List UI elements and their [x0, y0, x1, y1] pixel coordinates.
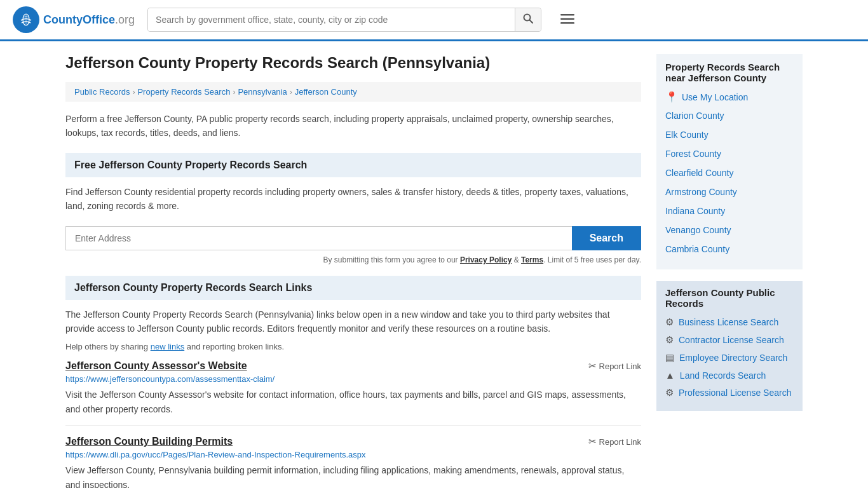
- global-search-input[interactable]: [148, 8, 515, 31]
- breadcrumb-jefferson-county[interactable]: Jefferson County: [295, 87, 357, 97]
- logo[interactable]: CountyOffice.org: [13, 6, 135, 33]
- sidebar-clearfield-county[interactable]: Clearfield County: [665, 166, 794, 179]
- link-item-0-title[interactable]: Jefferson County Assessor's Website: [65, 360, 247, 372]
- page-description: Perform a free Jefferson County, PA publ…: [65, 112, 641, 140]
- link-item-0-url[interactable]: https://www.jeffersoncountypa.com/assess…: [65, 374, 641, 384]
- breadcrumb-property-records-search[interactable]: Property Records Search: [137, 87, 230, 97]
- sidebar-clarion-county[interactable]: Clarion County: [665, 109, 794, 122]
- main-content: Jefferson County Property Records Search…: [65, 54, 641, 488]
- report-link-0[interactable]: ✂ Report Link: [588, 360, 641, 372]
- form-disclaimer: By submitting this form you agree to our…: [65, 255, 641, 264]
- link-item-1-url[interactable]: https://www.dli.pa.gov/ucc/Pages/Plan-Re…: [65, 450, 641, 459]
- search-button[interactable]: Search: [572, 226, 641, 250]
- address-form: Search: [65, 226, 641, 250]
- sidebar-elk-county[interactable]: Elk County: [665, 128, 794, 141]
- pin-icon: 📍: [665, 91, 678, 103]
- free-search-description: Find Jefferson County residential proper…: [65, 185, 641, 214]
- links-section-heading: Jefferson County Property Records Search…: [65, 276, 641, 300]
- sidebar: Property Records Search near Jefferson C…: [656, 54, 803, 488]
- sidebar-business-license-search[interactable]: ⚙ Business License Search: [665, 316, 794, 328]
- logo-text: CountyOffice.org: [43, 13, 135, 27]
- link-item-0: Jefferson County Assessor's Website ✂ Re…: [65, 360, 641, 426]
- list-icon: ▤: [665, 352, 674, 363]
- sidebar-armstrong-county[interactable]: Armstrong County: [665, 186, 794, 198]
- report-link-1[interactable]: ✂ Report Link: [588, 436, 641, 447]
- breadcrumb-public-records[interactable]: Public Records: [74, 87, 130, 97]
- address-input[interactable]: [65, 226, 572, 250]
- global-search-wrapper: [147, 8, 541, 32]
- gear-icon-0: ⚙: [665, 316, 674, 328]
- bell-icon: ▲: [665, 370, 675, 381]
- terms-link[interactable]: Terms: [521, 255, 543, 264]
- sidebar-forest-county[interactable]: Forest County: [665, 147, 794, 160]
- sidebar-contractor-license-search[interactable]: ⚙ Contractor License Search: [665, 334, 794, 346]
- svg-rect-5: [560, 18, 574, 20]
- svg-line-3: [530, 20, 533, 24]
- global-search-button[interactable]: [515, 8, 541, 31]
- sidebar-nearby-section: Property Records Search near Jefferson C…: [656, 54, 803, 269]
- gear-icon-2: ⚙: [665, 387, 674, 398]
- breadcrumb-pennsylvania[interactable]: Pennsylvania: [238, 87, 287, 97]
- breadcrumb: Public Records › Property Records Search…: [65, 82, 641, 102]
- link-item-1-desc: View Jefferson County, Pennsylvania buil…: [65, 463, 641, 488]
- help-text: Help others by sharing new links and rep…: [65, 342, 641, 351]
- sidebar-land-records-search[interactable]: ▲ Land Records Search: [665, 370, 794, 381]
- gear-icon-1: ⚙: [665, 334, 674, 346]
- sidebar-professional-license-search[interactable]: ⚙ Professional License Search: [665, 387, 794, 398]
- page-title: Jefferson County Property Records Search…: [65, 54, 641, 72]
- scissors-icon-1: ✂: [588, 436, 597, 447]
- use-my-location-link[interactable]: Use My Location: [682, 92, 748, 102]
- header: CountyOffice.org: [0, 0, 868, 41]
- svg-rect-4: [560, 14, 574, 16]
- sidebar-employee-directory-search[interactable]: ▤ Employee Directory Search: [665, 352, 794, 363]
- page-wrapper: Jefferson County Property Records Search…: [53, 41, 815, 488]
- link-item-1-title[interactable]: Jefferson County Building Permits: [65, 436, 233, 447]
- links-description: The Jefferson County Property Records Se…: [65, 308, 641, 336]
- scissors-icon-0: ✂: [588, 360, 597, 372]
- new-links-link[interactable]: new links: [151, 342, 184, 351]
- svg-rect-6: [560, 22, 574, 24]
- privacy-policy-link[interactable]: Privacy Policy: [460, 255, 512, 264]
- sidebar-indiana-county[interactable]: Indiana County: [665, 205, 794, 217]
- link-item-1: Jefferson County Building Permits ✂ Repo…: [65, 436, 641, 488]
- free-search-heading: Free Jefferson County Property Records S…: [65, 153, 641, 177]
- link-item-0-desc: Visit the Jefferson County Assessor's we…: [65, 388, 641, 416]
- logo-icon: [13, 6, 39, 33]
- sidebar-public-records-section: Jefferson County Public Records ⚙ Busine…: [656, 281, 803, 411]
- sidebar-nearby-title: Property Records Search near Jefferson C…: [665, 62, 794, 83]
- sidebar-public-records-title: Jefferson County Public Records: [665, 287, 794, 309]
- menu-icon[interactable]: [560, 11, 574, 28]
- sidebar-cambria-county[interactable]: Cambria County: [665, 243, 794, 255]
- sidebar-venango-county[interactable]: Venango County: [665, 224, 794, 236]
- use-my-location[interactable]: 📍 Use My Location: [665, 91, 794, 103]
